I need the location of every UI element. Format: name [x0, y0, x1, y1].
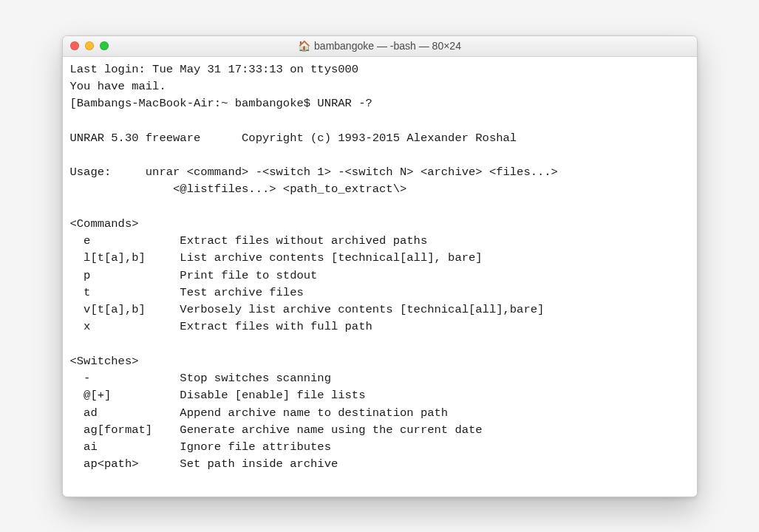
window-titlebar[interactable]: 🏠 bambangoke — -bash — 80×24: [63, 36, 697, 57]
traffic-lights: [70, 41, 109, 50]
title-suffix: — -bash — 80×24: [374, 40, 461, 52]
title-user: bambangoke: [314, 40, 374, 52]
terminal-content[interactable]: Last login: Tue May 31 17:33:13 on ttys0…: [63, 57, 697, 497]
window-title: 🏠 bambangoke — -bash — 80×24: [63, 40, 697, 52]
maximize-icon[interactable]: [100, 41, 109, 50]
terminal-window: 🏠 bambangoke — -bash — 80×24 Last login:…: [62, 35, 698, 497]
window-title-text: bambangoke — -bash — 80×24: [314, 40, 461, 52]
home-icon: 🏠: [298, 41, 310, 51]
close-icon[interactable]: [70, 41, 79, 50]
minimize-icon[interactable]: [85, 41, 94, 50]
